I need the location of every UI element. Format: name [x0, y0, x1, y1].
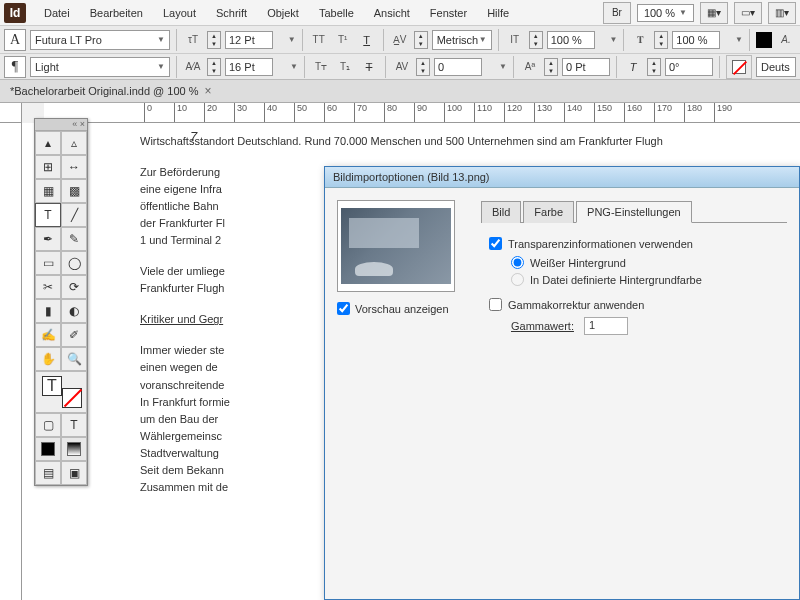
fill-stroke-icon[interactable]: T [35, 371, 87, 413]
apply-color-icon[interactable] [35, 437, 61, 461]
subscript-icon[interactable]: T₁ [335, 57, 355, 77]
white-background-radio[interactable]: Weißer Hintergrund [511, 256, 787, 269]
ruler-tick: 10 [174, 103, 187, 122]
font-size-input[interactable]: 12 Pt [225, 31, 273, 49]
paragraph-mode-icon[interactable]: ¶ [4, 56, 26, 78]
kerning-select[interactable]: Metrisch▼ [432, 30, 492, 50]
document-tab[interactable]: *Bachelorarbeit Original.indd @ 100 %× [0, 80, 800, 103]
line-tool-icon[interactable]: ╱ [61, 203, 87, 227]
menu-datei[interactable]: Datei [34, 3, 80, 23]
tab-png-settings[interactable]: PNG-Einstellungen [576, 201, 692, 223]
arrange-icon[interactable]: ▥▾ [768, 2, 796, 24]
pen-tool-icon[interactable]: ✒ [35, 227, 61, 251]
page-tool-icon[interactable]: ⊞ [35, 155, 61, 179]
apply-gamma-checkbox[interactable]: Gammakorrektur anwenden [489, 298, 787, 311]
hscale-spinner[interactable]: ▲▼ [654, 31, 668, 49]
menu-bearbeiten[interactable]: Bearbeiten [80, 3, 153, 23]
horizontal-ruler: 0102030405060708090100110120130140150160… [44, 103, 800, 123]
font-style-select[interactable]: Light▼ [30, 57, 170, 77]
apply-gradient-icon[interactable] [61, 437, 87, 461]
gamma-input[interactable]: 1 [584, 317, 628, 335]
tracking-input[interactable]: 0 [434, 58, 482, 76]
fill-icon[interactable] [756, 32, 772, 48]
show-preview-checkbox[interactable]: Vorschau anzeigen [337, 302, 467, 315]
view-options-icon[interactable]: ▦▾ [700, 2, 728, 24]
ruler-tick: 140 [564, 103, 582, 122]
formatting-container-icon[interactable]: ▢ [35, 413, 61, 437]
ruler-tick: 170 [654, 103, 672, 122]
ruler-tick: 0 [144, 103, 152, 122]
allcaps-icon[interactable]: TT [309, 30, 329, 50]
panel-grip[interactable]: « × [35, 119, 87, 131]
ruler-tick: 60 [324, 103, 337, 122]
language-select[interactable]: Deuts [756, 57, 796, 77]
content-placer-icon[interactable]: ▩ [61, 179, 87, 203]
hand-tool-icon[interactable]: ✋ [35, 347, 61, 371]
skew-spinner[interactable]: ▲▼ [647, 58, 661, 76]
scissors-tool-icon[interactable]: ✂ [35, 275, 61, 299]
eyedropper-tool-icon[interactable]: ✐ [61, 323, 87, 347]
gradient-swatch-icon[interactable]: ▮ [35, 299, 61, 323]
underline-icon[interactable]: T [357, 30, 377, 50]
vscale-icon: IT [505, 30, 525, 50]
file-background-radio[interactable]: In Datei definierte Hintergrundfarbe [511, 273, 787, 286]
transform-tool-icon[interactable]: ⟳ [61, 275, 87, 299]
menu-objekt[interactable]: Objekt [257, 3, 309, 23]
char-style-icon[interactable]: A. [776, 30, 796, 50]
app-logo-icon: Id [4, 3, 26, 23]
vscale-input[interactable]: 100 % [547, 31, 595, 49]
baseline-icon: Aª [520, 57, 540, 77]
baseline-input[interactable]: 0 Pt [562, 58, 610, 76]
menu-layout[interactable]: Layout [153, 3, 206, 23]
rectangle-frame-icon[interactable]: ▭ [35, 251, 61, 275]
tools-panel[interactable]: « × ▴▵ ⊞↔ ▦▩ T╱ ✒✎ ▭◯ ✂⟳ ▮◐ ✍✐ ✋🔍 T ▢T ▤… [34, 118, 88, 486]
tab-image[interactable]: Bild [481, 201, 521, 223]
preview-thumbnail [337, 200, 455, 292]
note-tool-icon[interactable]: ✍ [35, 323, 61, 347]
menu-fenster[interactable]: Fenster [420, 3, 477, 23]
tracking-spinner[interactable]: ▲▼ [416, 58, 430, 76]
leading-icon: A⁄A [183, 57, 203, 77]
leading-input[interactable]: 16 Pt [225, 58, 273, 76]
formatting-text-icon[interactable]: T [61, 413, 87, 437]
menu-bar: Id DateiBearbeitenLayoutSchriftObjektTab… [0, 0, 800, 26]
zoom-tool-icon[interactable]: 🔍 [61, 347, 87, 371]
gap-tool-icon[interactable]: ↔ [61, 155, 87, 179]
stroke-swatch[interactable] [726, 55, 752, 79]
body-text[interactable]: Wirtschaftsstandort Deutschland. Rund 70… [140, 133, 780, 150]
menu-hilfe[interactable]: Hilfe [477, 3, 519, 23]
use-transparency-checkbox[interactable]: Transparenzinformationen verwenden [489, 237, 787, 250]
preview-view-icon[interactable]: ▣ [61, 461, 87, 485]
menu-tabelle[interactable]: Tabelle [309, 3, 364, 23]
ruler-tick: 20 [204, 103, 217, 122]
kerning-spinner[interactable]: ▲▼ [414, 31, 428, 49]
tab-color[interactable]: Farbe [523, 201, 574, 223]
direct-selection-tool-icon[interactable]: ▵ [61, 131, 87, 155]
menu-ansicht[interactable]: Ansicht [364, 3, 420, 23]
rectangle-tool-icon[interactable]: ◯ [61, 251, 87, 275]
ruler-tick: 100 [444, 103, 462, 122]
screen-mode-icon[interactable]: ▭▾ [734, 2, 762, 24]
selection-tool-icon[interactable]: ▴ [35, 131, 61, 155]
font-size-icon: τT [183, 30, 203, 50]
skew-input[interactable]: 0° [665, 58, 713, 76]
font-family-select[interactable]: Futura LT Pro▼ [30, 30, 170, 50]
smallcaps-icon[interactable]: Tᴛ [311, 57, 331, 77]
font-size-spinner[interactable]: ▲▼ [207, 31, 221, 49]
content-collector-icon[interactable]: ▦ [35, 179, 61, 203]
vscale-spinner[interactable]: ▲▼ [529, 31, 543, 49]
strikethrough-icon[interactable]: T [359, 57, 379, 77]
normal-view-icon[interactable]: ▤ [35, 461, 61, 485]
zoom-select[interactable]: 100 %▼ [637, 4, 694, 22]
close-tab-icon[interactable]: × [205, 84, 212, 98]
gradient-feather-icon[interactable]: ◐ [61, 299, 87, 323]
menu-schrift[interactable]: Schrift [206, 3, 257, 23]
hscale-input[interactable]: 100 % [672, 31, 720, 49]
pencil-tool-icon[interactable]: ✎ [61, 227, 87, 251]
superscript-icon[interactable]: T¹ [333, 30, 353, 50]
character-mode-icon[interactable]: A [4, 29, 26, 51]
baseline-spinner[interactable]: ▲▼ [544, 58, 558, 76]
leading-spinner[interactable]: ▲▼ [207, 58, 221, 76]
type-tool-icon[interactable]: T [35, 203, 61, 227]
bridge-button[interactable]: Br [603, 2, 631, 24]
